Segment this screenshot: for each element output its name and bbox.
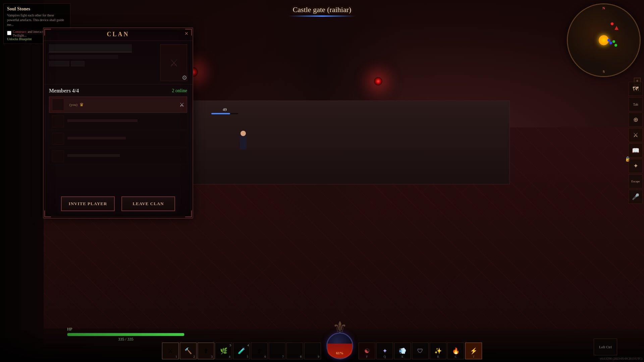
skill-slot-6[interactable]: 🗡 6	[251, 343, 268, 359]
minimap: N S	[567, 3, 641, 77]
member-list: (you) ♛ ⚔	[49, 97, 187, 164]
sidebar-icon-star[interactable]: ✦	[629, 159, 643, 173]
members-title: Members 4/4	[49, 88, 79, 94]
skill-slot-4[interactable]: 🌿 5 4	[215, 343, 232, 359]
skill-icon-e: 💨	[399, 347, 406, 355]
star-icon: ✦	[633, 162, 638, 170]
member-avatar-4	[52, 150, 64, 162]
member-avatar-3	[52, 133, 64, 145]
skill-icon-r: ✨	[434, 347, 442, 355]
skill-icon-6: 🗡	[256, 348, 262, 355]
member-avatar-2	[52, 115, 64, 127]
member-avatar-1	[52, 99, 64, 111]
skill-icon-c: 🔥	[452, 347, 460, 355]
clan-settings-button[interactable]: ⚙	[182, 74, 187, 81]
close-button[interactable]: ✕	[184, 31, 189, 37]
skill-slot-9[interactable]: 9	[304, 343, 321, 359]
skill-icon-q: ✦	[382, 347, 387, 355]
clan-title: CLAN	[107, 31, 129, 38]
map-marker-green-2	[614, 44, 617, 47]
sidebar-icon-tab[interactable]: Tab	[629, 97, 643, 111]
skill-slot-t[interactable]: ⚡ T	[465, 343, 482, 359]
player-body	[240, 136, 247, 149]
red-torch-right	[374, 77, 382, 85]
member-row-empty-2	[49, 113, 187, 129]
skill-slot-f[interactable]: ☯ F	[359, 343, 375, 359]
skill-slot-8[interactable]: 8	[286, 343, 303, 359]
members-section: Members 4/4 2 online (you) ♛ ⚔	[44, 84, 193, 168]
skill-slot-e[interactable]: 💨 E	[394, 343, 411, 359]
sidebar-icon-escape[interactable]: Escape	[629, 174, 643, 188]
skill-slot-5[interactable]: 🧪 4 5	[233, 343, 250, 359]
enemy-hp-bar	[211, 113, 238, 114]
skill-icon-t: ⚡	[470, 347, 477, 355]
member-row-empty-3	[49, 131, 187, 147]
clan-panel-header: CLAN ✕	[44, 28, 193, 41]
map-marker-castle	[614, 26, 619, 30]
soul-stones-title: Soul Stones	[7, 6, 67, 12]
skill-slot-1[interactable]: ⚔ 1	[162, 343, 179, 359]
sidebar-icon-aim[interactable]: ⊕	[629, 113, 643, 127]
member-name-area-1: (you) ♛	[67, 102, 176, 108]
map-marker-green-1	[612, 40, 615, 43]
member-row[interactable]: (you) ♛ ⚔	[49, 97, 187, 113]
map-marker-red-1	[611, 22, 613, 25]
left-pillar	[0, 0, 44, 362]
clan-name-display	[49, 44, 132, 52]
skill-icon-2: 🔨	[184, 347, 192, 355]
clan-banner-area: ⚔ ⚙	[44, 41, 193, 84]
right-sidebar: 🗺 Tab ⊕ ⚔ 📖 ✦ Escape 🎤	[627, 80, 644, 205]
skill-icon-5: 🧪	[238, 347, 245, 355]
leader-crown-icon: ♛	[79, 102, 84, 108]
invite-player-button[interactable]: INVITE PLAYER	[61, 196, 115, 211]
sidebar-icon-combat[interactable]: ⚔	[629, 128, 643, 142]
escape-icon: Escape	[631, 180, 640, 183]
corner-br	[185, 210, 192, 217]
sidebar-icon-mic[interactable]: 🎤	[629, 190, 643, 204]
corner-bl	[44, 210, 51, 217]
journal-icon: 📖	[632, 147, 639, 154]
map-marker-blue-2	[609, 42, 612, 44]
skill-icon-4: 🌿	[220, 347, 227, 355]
map-markers	[568, 4, 640, 76]
skill-slot-3[interactable]: 🗡 3	[198, 343, 214, 359]
skill-slot-2[interactable]: 🔨 2	[180, 343, 197, 359]
member-action-icon-1: ⚔	[179, 102, 184, 108]
orb-percent: 61%	[336, 351, 343, 355]
skill-slot-c[interactable]: 🔥 C	[447, 343, 464, 359]
skill-slot-r[interactable]: ✨ R	[430, 343, 446, 359]
members-header: Members 4/4 2 online	[49, 88, 187, 94]
sidebar-icon-map[interactable]: 🗺	[629, 82, 643, 96]
member-row-empty-4	[49, 148, 187, 164]
skill-icon-1: ⚔	[168, 347, 173, 355]
skill-slot-block[interactable]: 🛡	[412, 343, 429, 359]
enemy-hp-fill	[211, 113, 230, 114]
skill-slot-7[interactable]: 7	[269, 343, 285, 359]
aim-icon: ⊕	[633, 116, 638, 123]
soul-stones-description: Vampires fight each other for these powe…	[7, 13, 67, 27]
enemy-hp-indicator: 49	[211, 107, 238, 114]
members-online-count: 2 online	[172, 88, 187, 94]
clan-panel: CLAN ✕ ⚔ ⚙ Members 4/4 2 online	[43, 27, 193, 219]
clan-actions: INVITE PLAYER LEAVE CLAN	[44, 196, 193, 211]
compass-south: S	[603, 69, 605, 73]
left-ctrl-button[interactable]: Left Ctrl	[594, 339, 617, 355]
map-marker-blue-1	[607, 39, 610, 42]
player-head	[240, 131, 246, 136]
map-icon: 🗺	[633, 85, 639, 93]
leave-clan-button[interactable]: LEAVE CLAN	[121, 196, 175, 211]
tab-icon: Tab	[633, 103, 638, 106]
combat-icon: ⚔	[633, 131, 638, 139]
skill-icon-f: ☯	[364, 347, 370, 355]
mic-icon: 🎤	[632, 193, 639, 200]
minimap-bg: N S	[568, 4, 640, 76]
construct-checkbox[interactable]	[7, 31, 11, 35]
enemy-level-label: 49	[223, 107, 227, 112]
player-character	[235, 131, 252, 158]
center-orb: 61%	[326, 333, 353, 359]
sidebar-icon-journal[interactable]: 📖	[629, 143, 643, 158]
skill-slot-q[interactable]: ✦ Q	[376, 343, 393, 359]
member-tag-1: (you)	[69, 103, 77, 107]
skill-icon-block: 🛡	[417, 348, 423, 355]
version-info: v0.6.0290 (2023-05-09 2013 UTC)	[600, 357, 642, 360]
